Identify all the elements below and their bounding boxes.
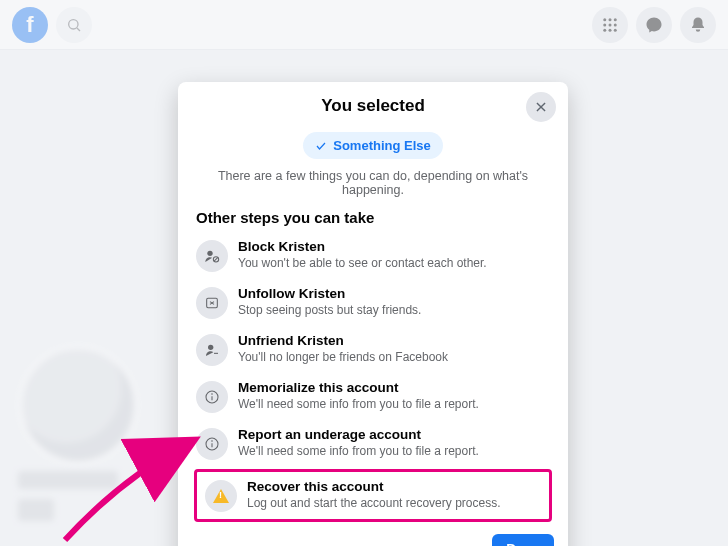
option-subtitle: Stop seeing posts but stay friends. xyxy=(238,303,421,319)
option-subtitle: Log out and start the account recovery p… xyxy=(247,496,500,512)
option-title: Report an underage account xyxy=(238,427,479,444)
option-unfollow[interactable]: Unfollow Kristen Stop seeing posts but s… xyxy=(188,279,558,326)
check-icon xyxy=(315,140,327,152)
you-selected-modal: You selected Something Else There are a … xyxy=(178,82,568,546)
section-title: Other steps you can take xyxy=(178,209,568,232)
svg-point-13 xyxy=(207,251,212,256)
option-subtitle: We'll need some info from you to file a … xyxy=(238,444,479,460)
option-block[interactable]: Block Kristen You won't be able to see o… xyxy=(188,232,558,279)
info-icon xyxy=(196,428,228,460)
option-subtitle: You won't be able to see or contact each… xyxy=(238,256,487,272)
unfriend-icon xyxy=(196,334,228,366)
option-recover-account[interactable]: Recover this account Log out and start t… xyxy=(199,476,547,515)
option-title: Block Kristen xyxy=(238,239,487,256)
modal-footer: Done xyxy=(178,522,568,546)
done-button[interactable]: Done xyxy=(492,534,554,546)
option-subtitle: You'll no longer be friends on Facebook xyxy=(238,350,448,366)
option-report-underage[interactable]: Report an underage account We'll need so… xyxy=(188,420,558,467)
highlighted-option-frame: Recover this account Log out and start t… xyxy=(194,469,552,522)
option-unfriend[interactable]: Unfriend Kristen You'll no longer be fri… xyxy=(188,326,558,373)
option-memorialize[interactable]: Memorialize this account We'll need some… xyxy=(188,373,558,420)
svg-point-19 xyxy=(208,345,213,350)
chip-label: Something Else xyxy=(333,138,431,153)
svg-point-23 xyxy=(211,393,213,395)
selected-reason-chip[interactable]: Something Else xyxy=(303,132,443,159)
option-subtitle: We'll need some info from you to file a … xyxy=(238,397,479,413)
option-list: Block Kristen You won't be able to see o… xyxy=(178,232,568,522)
helper-text: There are a few things you can do, depen… xyxy=(178,169,568,209)
close-icon xyxy=(534,100,548,114)
block-icon xyxy=(196,240,228,272)
svg-point-26 xyxy=(211,440,213,442)
svg-line-15 xyxy=(214,257,218,261)
warning-icon xyxy=(205,480,237,512)
option-title: Memorialize this account xyxy=(238,380,479,397)
info-icon xyxy=(196,381,228,413)
unfollow-icon xyxy=(196,287,228,319)
modal-header: You selected xyxy=(178,96,568,126)
close-button[interactable] xyxy=(526,92,556,122)
option-title: Unfollow Kristen xyxy=(238,286,421,303)
option-title: Unfriend Kristen xyxy=(238,333,448,350)
selected-reason-row: Something Else xyxy=(178,126,568,169)
option-title: Recover this account xyxy=(247,479,500,496)
modal-title: You selected xyxy=(194,96,552,116)
